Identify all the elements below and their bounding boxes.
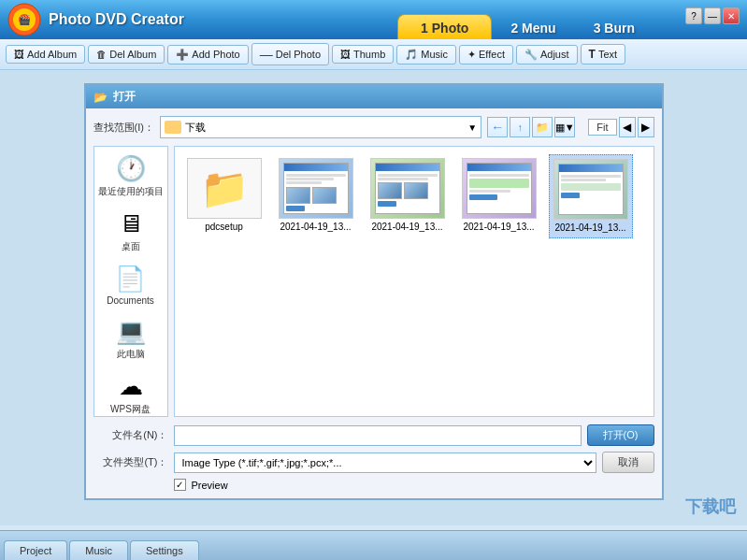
folder-thumb: 📁: [187, 158, 262, 219]
nav-buttons: ← ↑ 📁 ▦▼: [487, 117, 575, 137]
thumb-icon: 🖼: [340, 49, 351, 60]
file-name: 2021-04-19_13...: [463, 222, 534, 233]
filetype-select[interactable]: Image Type (*.tif;*.gif;*.jpg;*.pcx;*...: [174, 452, 596, 473]
documents-icon: 📄: [115, 265, 145, 294]
tab-project[interactable]: Project: [4, 540, 67, 560]
location-label: 查找范围(I)：: [93, 121, 154, 135]
image-thumb-2: [370, 158, 445, 219]
wps-icon: ☁: [119, 372, 143, 401]
dialog-icon: 📂: [93, 91, 108, 104]
add-album-button[interactable]: 🖼 Add Album: [6, 45, 85, 64]
sidebar-item-computer[interactable]: 💻 此电脑: [116, 317, 146, 361]
adjust-icon: 🔧: [524, 49, 538, 61]
fit-controls: Fit ◀ ▶: [588, 117, 654, 137]
desktop-icon: 🖥: [119, 209, 143, 238]
filetype-label: 文件类型(T)：: [93, 455, 168, 469]
bottom-bar: Project Music Settings: [0, 530, 747, 560]
preview-area: ✓ Preview: [174, 479, 654, 491]
tab-settings[interactable]: Settings: [130, 540, 199, 560]
close-button[interactable]: ✕: [723, 7, 740, 24]
up-button[interactable]: ↑: [510, 117, 530, 137]
image-thumb-3: [462, 158, 537, 219]
file-name: 2021-04-19_13...: [371, 222, 442, 233]
image-thumb-4: [553, 159, 628, 220]
help-button[interactable]: ?: [685, 7, 702, 24]
tab-burn[interactable]: 3 Burn: [575, 15, 654, 39]
del-photo-button[interactable]: — Del Photo: [251, 43, 329, 65]
filename-label: 文件名(N)：: [93, 428, 168, 442]
effect-icon: ✦: [467, 49, 476, 61]
list-item[interactable]: 2021-04-19_13...: [457, 154, 541, 238]
file-grid[interactable]: 📁 pdcsetup: [174, 146, 654, 417]
thumb-button[interactable]: 🖼 Thumb: [332, 45, 394, 64]
location-dropdown-icon: ▼: [467, 122, 477, 133]
watermark: 下载吧: [685, 495, 736, 518]
image-thumb-1: [279, 158, 353, 219]
open-button[interactable]: 打开(O): [587, 424, 654, 446]
tab-music[interactable]: Music: [69, 540, 128, 560]
sidebar-item-documents[interactable]: 📄 Documents: [107, 265, 154, 306]
title-bar: 🎬 Photo DVD Creator 1 Photo 2 Menu 3 Bur…: [0, 0, 747, 39]
del-album-icon: 🗑: [96, 49, 107, 60]
new-folder-button[interactable]: 📁: [532, 117, 553, 137]
list-item[interactable]: 2021-04-19_13...: [549, 154, 633, 238]
del-photo-icon: —: [260, 47, 273, 62]
title-tabs: 1 Photo 2 Menu 3 Burn: [397, 0, 654, 39]
location-select[interactable]: 下载 ▼: [160, 116, 481, 138]
fit-prev-button[interactable]: ◀: [619, 117, 636, 137]
tab-menu[interactable]: 2 Menu: [492, 15, 574, 39]
main-area: 📂 打开 查找范围(I)： 下载 ▼ ← ↑ 📁 ▦▼: [0, 70, 747, 525]
list-item[interactable]: 2021-04-19_13...: [274, 154, 358, 238]
cancel-button[interactable]: 取消: [602, 452, 654, 473]
open-dialog: 📂 打开 查找范围(I)： 下载 ▼ ← ↑ 📁 ▦▼: [84, 83, 664, 500]
add-photo-icon: ➕: [176, 49, 189, 61]
sidebar-item-recent[interactable]: 🕐 最近使用的项目: [98, 154, 164, 198]
folder-icon: [165, 121, 181, 134]
back-button[interactable]: ←: [487, 117, 508, 137]
fit-label: Fit: [588, 119, 616, 136]
svg-text:🎬: 🎬: [19, 14, 31, 26]
minimize-button[interactable]: —: [704, 7, 721, 24]
view-button[interactable]: ▦▼: [554, 117, 575, 137]
dialog-titlebar: 📂 打开: [86, 85, 662, 108]
file-name: pdcsetup: [205, 222, 243, 233]
sidebar-item-desktop[interactable]: 🖥 桌面: [119, 209, 143, 253]
toolbar: 🖼 Add Album 🗑 Del Album ➕ Add Photo — De…: [0, 39, 747, 70]
music-icon: 🎵: [405, 49, 418, 61]
tab-photo[interactable]: 1 Photo: [397, 14, 492, 39]
preview-label: Preview: [192, 480, 228, 491]
add-photo-button[interactable]: ➕ Add Photo: [167, 45, 248, 65]
text-icon: T: [589, 48, 596, 61]
del-album-button[interactable]: 🗑 Del Album: [88, 45, 165, 64]
list-item[interactable]: 2021-04-19_13...: [366, 154, 450, 238]
bottom-inputs: 文件名(N)： 打开(O) 文件类型(T)： Image Type (*.tif…: [93, 424, 654, 473]
music-button[interactable]: 🎵 Music: [396, 45, 456, 65]
preview-checkbox[interactable]: ✓: [174, 479, 186, 491]
dialog-title: 打开: [113, 89, 136, 105]
text-button[interactable]: T Text: [581, 44, 626, 65]
add-album-icon: 🖼: [14, 49, 24, 60]
win-controls: ? — ✕: [685, 7, 740, 24]
file-browser: 🕐 最近使用的项目 🖥 桌面 📄 Documents 💻: [93, 146, 654, 417]
sidebar-item-wps[interactable]: ☁ WPS网盘: [110, 372, 151, 416]
filetype-row: 文件类型(T)： Image Type (*.tif;*.gif;*.jpg;*…: [93, 452, 654, 473]
file-name: 2021-04-19_13...: [554, 223, 625, 234]
location-bar: 查找范围(I)： 下载 ▼ ← ↑ 📁 ▦▼ Fit ◀: [93, 116, 654, 138]
app-logo: 🎬: [7, 3, 41, 36]
filename-row: 文件名(N)： 打开(O): [93, 424, 654, 446]
computer-icon: 💻: [116, 317, 146, 346]
filename-input[interactable]: [174, 425, 582, 446]
list-item[interactable]: 📁 pdcsetup: [182, 154, 266, 238]
fit-next-button[interactable]: ▶: [638, 117, 654, 137]
file-name: 2021-04-19_13...: [280, 222, 351, 233]
folder-icon: 📁: [200, 165, 249, 211]
recent-icon: 🕐: [116, 154, 146, 183]
adjust-button[interactable]: 🔧 Adjust: [516, 45, 578, 65]
dialog-body: 查找范围(I)： 下载 ▼ ← ↑ 📁 ▦▼ Fit ◀: [86, 108, 662, 498]
effect-button[interactable]: ✦ Effect: [459, 45, 513, 65]
left-sidebar: 🕐 最近使用的项目 🖥 桌面 📄 Documents 💻: [93, 146, 168, 417]
